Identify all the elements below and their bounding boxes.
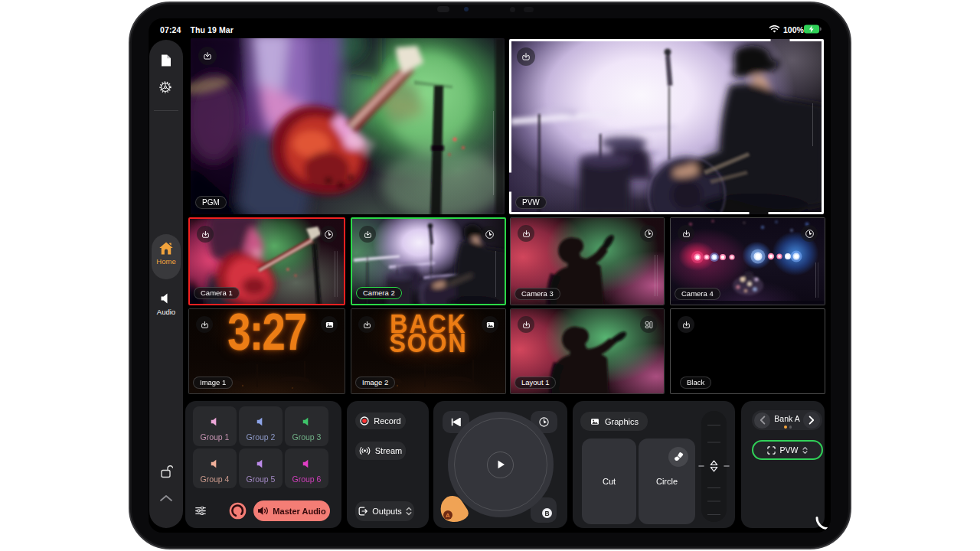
- svg-text:A: A: [446, 512, 450, 519]
